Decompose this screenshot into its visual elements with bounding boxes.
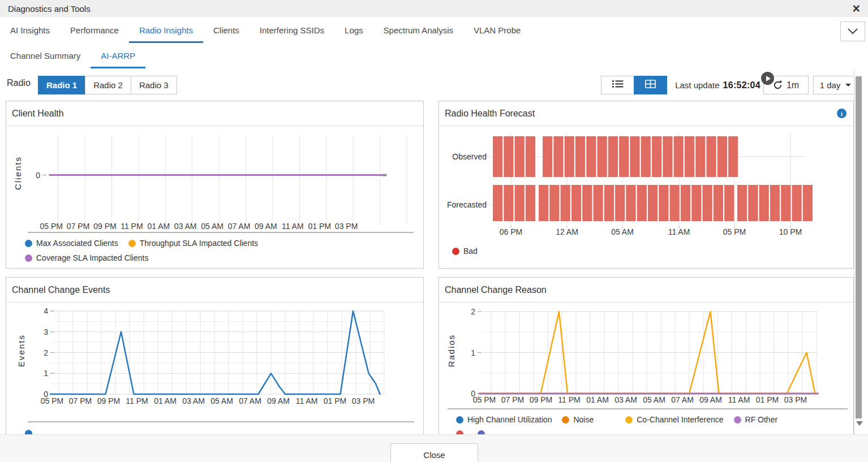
- legend-item-noise[interactable]: Noise: [562, 415, 594, 424]
- radio-option-radio-1[interactable]: Radio 1: [38, 76, 85, 94]
- refresh-interval: 1m: [787, 80, 799, 90]
- svg-text:07 PM: 07 PM: [69, 396, 92, 405]
- tab-clients[interactable]: Clients: [203, 17, 250, 43]
- svg-text:03 AM: 03 AM: [615, 395, 637, 404]
- tab-ai-insights[interactable]: AI Insights: [0, 17, 60, 43]
- close-icon[interactable]: ×: [853, 2, 860, 15]
- svg-text:2: 2: [471, 307, 475, 316]
- svg-text:07 AM: 07 AM: [671, 395, 694, 404]
- legend-label: High Channel Utilization: [467, 415, 552, 424]
- legend-label: Max Associated Clients: [36, 239, 118, 248]
- tab-logs[interactable]: Logs: [334, 17, 373, 43]
- legend-dot: [478, 430, 485, 434]
- legend-dot: [25, 430, 32, 434]
- svg-text:05 PM: 05 PM: [40, 222, 62, 231]
- play-button[interactable]: [761, 72, 774, 85]
- legend-item-max-associated-clients[interactable]: Max Associated Clients: [25, 239, 118, 248]
- grid-icon: [645, 80, 656, 90]
- channel-change-reason-legend-row2: [456, 430, 499, 434]
- svg-text:01 PM: 01 PM: [308, 222, 330, 231]
- time-range-select[interactable]: 1 day: [813, 76, 858, 94]
- svg-text:09 AM: 09 AM: [267, 396, 290, 405]
- svg-text:12 AM: 12 AM: [556, 227, 578, 236]
- toolbar: Radio Radio 1Radio 2Radio 3: [0, 68, 868, 101]
- radio-health-forecast-chart: ObservedForecasted06 PM12 AM05 AM11 AM05…: [439, 126, 853, 239]
- svg-text:01 AM: 01 AM: [147, 222, 170, 231]
- svg-text:03 PM: 03 PM: [335, 222, 358, 231]
- legend-item-clipped: [25, 430, 36, 434]
- legend-item-rf-other[interactable]: RF Other: [734, 415, 778, 424]
- svg-text:03 AM: 03 AM: [182, 396, 205, 405]
- dialog-title: Diagnostics and Tools: [8, 4, 91, 14]
- close-button[interactable]: Close: [390, 443, 478, 462]
- list-view-button[interactable]: [601, 76, 634, 94]
- legend-label: Coverage SLA Impacted Clients: [36, 253, 148, 262]
- legend-dot: [625, 416, 633, 424]
- svg-text:05 AM: 05 AM: [201, 222, 224, 231]
- last-update-label: Last update: [675, 80, 719, 90]
- tab-radio-insights[interactable]: Radio Insights: [129, 17, 203, 43]
- radio-health-forecast-body: ObservedForecasted06 PM12 AM05 AM11 AM05…: [439, 126, 853, 239]
- legend-item-co-channel-interference[interactable]: Co-Channel Interference: [625, 415, 723, 424]
- svg-text:09 PM: 09 PM: [93, 222, 116, 231]
- scrollbar-down-arrow-icon[interactable]: [856, 421, 863, 426]
- y-axis-label: Events: [16, 334, 26, 367]
- legend-label: Bad: [463, 247, 478, 256]
- channel-change-events-body: Events 0123405 PM07 PM09 PM11 PM01 AM03 …: [6, 303, 423, 424]
- subtab-ai-arrp[interactable]: AI-ARRP: [91, 43, 145, 68]
- dialog-footer: Close: [0, 434, 868, 462]
- tabs-overflow-button[interactable]: [840, 21, 865, 41]
- view-toggle: [601, 76, 667, 94]
- svg-text:11 AM: 11 AM: [728, 395, 750, 404]
- channel-change-reason-title-bar: Channel Change Reason: [439, 278, 853, 303]
- subtab-channel-summary[interactable]: Channel Summary: [0, 43, 91, 68]
- radio-option-radio-3[interactable]: Radio 3: [131, 76, 177, 94]
- svg-text:07 AM: 07 AM: [239, 396, 261, 405]
- channel-change-events-chart: 0123405 PM07 PM09 PM11 PM01 AM03 AM05 AM…: [6, 303, 423, 424]
- main-tab-bar: AI InsightsPerformanceRadio InsightsClie…: [0, 17, 868, 44]
- svg-text:03 AM: 03 AM: [174, 222, 197, 231]
- legend-label: Co-Channel Interference: [637, 415, 723, 424]
- play-icon: [766, 76, 771, 81]
- tab-interfering-ssids[interactable]: Interfering SSIDs: [250, 17, 334, 43]
- legend-item-throughput-sla-impacted-clients[interactable]: Throughput SLA Impacted Clients: [128, 239, 258, 248]
- svg-text:09 PM: 09 PM: [97, 396, 120, 405]
- tab-performance[interactable]: Performance: [60, 17, 129, 43]
- time-range-value: 1 day: [820, 80, 841, 90]
- svg-text:07 AM: 07 AM: [228, 222, 251, 231]
- svg-text:05 AM: 05 AM: [611, 227, 634, 236]
- legend-item-clipped: [456, 430, 467, 434]
- legend-item-coverage-sla-impacted-clients[interactable]: Coverage SLA Impacted Clients: [25, 253, 148, 262]
- client-health-chart: 005 PM07 PM09 PM11 PM01 AM03 AM05 AM07 A…: [6, 126, 423, 236]
- sub-tab-bar: Channel SummaryAI-ARRP: [0, 43, 868, 69]
- tab-vlan-probe[interactable]: VLAN Probe: [463, 17, 531, 43]
- svg-text:03 PM: 03 PM: [784, 395, 807, 404]
- channel-change-events-legend: [25, 430, 46, 434]
- legend-item-bad[interactable]: Bad: [452, 247, 478, 256]
- svg-text:3: 3: [44, 327, 48, 336]
- svg-text:06 PM: 06 PM: [500, 227, 522, 236]
- y-axis-label: Clients: [13, 156, 23, 190]
- svg-text:09 AM: 09 AM: [255, 222, 277, 231]
- info-icon[interactable]: i: [837, 109, 846, 118]
- vertical-scrollbar[interactable]: [854, 71, 868, 434]
- svg-text:11 PM: 11 PM: [558, 395, 580, 404]
- grid-view-button[interactable]: [634, 76, 667, 94]
- caret-down-icon: [845, 84, 851, 87]
- radio-health-forecast-legend: Bad: [452, 247, 488, 261]
- legend-item-high-channel-utilization[interactable]: High Channel Utilization: [456, 415, 552, 424]
- client-health-panel: Client Health Clients 005 PM07 PM09 PM11…: [6, 101, 424, 269]
- tab-spectrum-analysis[interactable]: Spectrum Analysis: [373, 17, 463, 43]
- legend-dot: [734, 416, 741, 424]
- radio-option-radio-2[interactable]: Radio 2: [85, 76, 131, 94]
- channel-change-events-panel: Channel Change Events Events 0123405 PM0…: [6, 277, 424, 434]
- svg-text:05 PM: 05 PM: [473, 395, 496, 404]
- radio-health-forecast-panel: Radio Health Forecast i ObservedForecast…: [439, 101, 854, 269]
- svg-text:2: 2: [44, 348, 48, 357]
- client-health-title-bar: Client Health: [6, 101, 423, 126]
- svg-text:11 PM: 11 PM: [121, 222, 143, 231]
- legend-label: RF Other: [745, 415, 778, 424]
- legend-dot: [456, 416, 463, 424]
- svg-text:11 PM: 11 PM: [126, 396, 148, 405]
- scrollbar-thumb[interactable]: [856, 76, 862, 418]
